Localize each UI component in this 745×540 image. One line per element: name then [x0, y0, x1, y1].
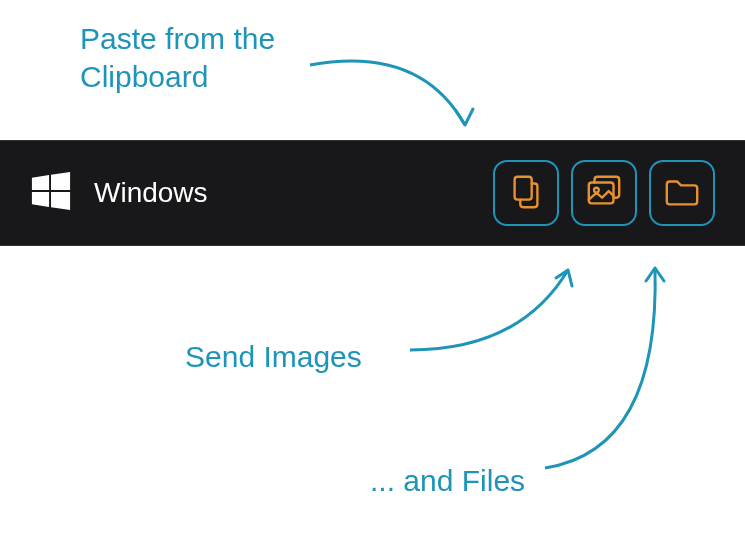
action-buttons — [493, 160, 715, 226]
windows-logo-icon — [30, 170, 72, 216]
arrow-images — [400, 250, 590, 360]
folder-icon — [663, 173, 701, 214]
device-label: Windows — [94, 177, 208, 209]
images-icon — [585, 173, 623, 214]
annotation-images-text: Send Images — [185, 340, 362, 373]
annotation-clipboard: Paste from the Clipboard — [80, 20, 275, 95]
send-images-button[interactable] — [571, 160, 637, 226]
arrow-clipboard — [300, 35, 490, 145]
annotation-images: Send Images — [185, 338, 362, 376]
svg-rect-0 — [515, 176, 532, 199]
device-section: Windows — [30, 170, 208, 216]
annotation-clipboard-text: Paste from the Clipboard — [80, 22, 275, 93]
send-files-button[interactable] — [649, 160, 715, 226]
annotation-files: ... and Files — [370, 462, 525, 500]
device-toolbar: Windows — [0, 140, 745, 246]
paste-clipboard-button[interactable] — [493, 160, 559, 226]
clipboard-icon — [507, 173, 545, 214]
arrow-files — [535, 250, 705, 475]
annotation-files-text: ... and Files — [370, 464, 525, 497]
